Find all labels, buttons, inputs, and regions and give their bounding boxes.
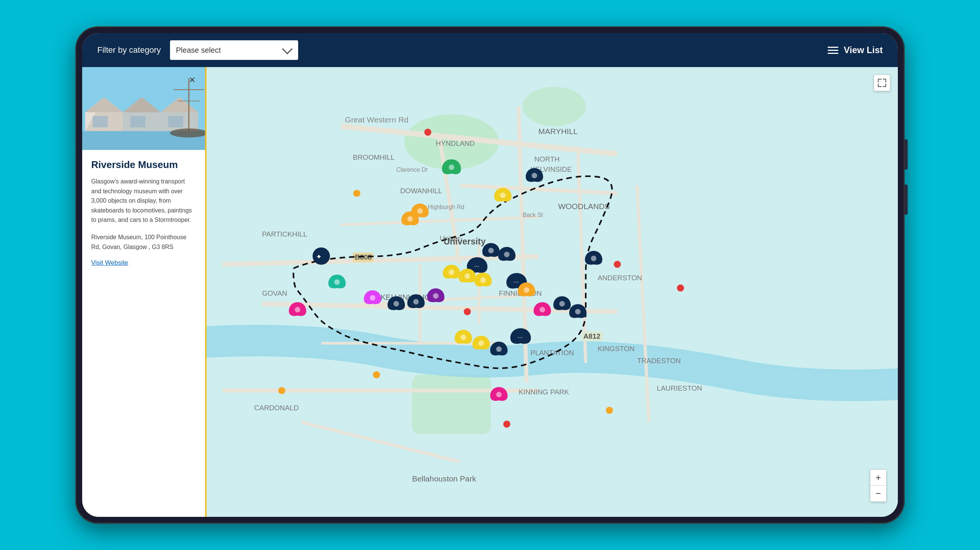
svg-rect-9 [168,116,183,127]
view-list-label: View List [843,45,883,55]
map-pin-compass[interactable]: ✦ [312,247,330,265]
svg-point-97 [496,392,502,398]
svg-point-69 [464,308,471,315]
svg-text:···: ··· [517,334,523,341]
svg-point-88 [524,287,530,293]
svg-text:ANDERSTON: ANDERSTON [597,274,642,282]
svg-rect-8 [130,116,145,127]
svg-text:NORTH: NORTH [535,155,560,163]
svg-text:KINGSTON: KINGSTON [597,345,634,353]
svg-text:WOODLANDS: WOODLANDS [558,202,610,211]
svg-text:GOVAN: GOVAN [262,289,287,297]
svg-point-74 [500,192,506,198]
svg-point-75 [532,173,538,179]
map-svg: Great Western Rd HYNDLAND MARYHILL NORTH… [207,67,898,517]
svg-point-63 [425,128,431,136]
svg-point-83 [334,279,340,285]
svg-point-90 [559,301,565,307]
svg-point-77 [504,252,510,257]
svg-text:A812: A812 [584,332,600,340]
expand-icon [878,79,886,87]
svg-text:KINNING PARK: KINNING PARK [519,388,569,396]
svg-point-16 [522,87,586,126]
zoom-out-button[interactable]: − [870,486,886,501]
svg-point-85 [295,307,301,313]
svg-point-82 [480,277,486,283]
svg-text:CARDONALD: CARDONALD [254,404,299,412]
select-value: Please select [176,46,221,55]
svg-point-84 [370,295,375,301]
category-select-wrapper[interactable]: Please select [170,40,298,60]
svg-text:PLANTATION: PLANTATION [530,349,574,357]
map-background: Great Western Rd HYNDLAND MARYHILL NORTH… [207,67,898,517]
svg-text:Bellahouston Park: Bellahouston Park [412,474,476,483]
svg-point-76 [488,248,494,254]
venue-description: Glasgow's award-winning transport and te… [82,177,205,233]
svg-text:Back St: Back St [522,212,543,218]
map-area[interactable]: Great Western Rd HYNDLAND MARYHILL NORTH… [207,67,898,517]
filter-label: Filter by category [97,45,161,55]
svg-point-89 [539,307,545,313]
svg-text:Great Western Rd: Great Western Rd [345,115,408,124]
svg-point-72 [417,208,423,214]
venue-detail-panel: × [82,67,207,517]
svg-point-70 [278,387,285,394]
svg-point-93 [461,334,466,340]
svg-rect-17 [412,375,491,434]
svg-text:Highburgh Rd: Highburgh Rd [428,204,465,210]
svg-text:···: ··· [513,278,519,285]
visit-website-link[interactable]: Visit Website [82,259,205,278]
svg-point-91 [575,309,581,315]
svg-point-66 [503,420,511,428]
svg-point-73 [407,216,413,222]
header-bar: Filter by category Please select View Li… [82,33,898,67]
svg-text:DOWANHILL: DOWANHILL [400,187,442,195]
svg-point-86 [393,301,399,307]
svg-point-81 [465,274,470,279]
svg-text:PARTICKHILL: PARTICKHILL [262,230,307,238]
svg-point-71 [449,165,455,170]
tablet-device: Filter by category Please select View Li… [75,26,905,524]
svg-point-95 [496,347,502,352]
close-button[interactable]: × [185,73,199,87]
svg-point-98 [591,256,597,262]
category-select[interactable]: Please select [170,40,298,60]
svg-point-62 [353,190,360,197]
svg-point-68 [677,284,684,292]
chevron-down-icon [282,44,293,54]
venue-address: Riverside Museum, 100 Pointhouse Rd, Gov… [82,233,205,259]
main-area: × [82,67,898,517]
svg-point-67 [606,407,613,414]
svg-text:✦: ✦ [316,253,322,261]
svg-text:BROOMHILL: BROOMHILL [353,153,395,161]
svg-text:···: ··· [474,263,479,270]
svg-text:University: University [444,236,486,246]
screen: Filter by category Please select View Li… [82,33,898,517]
svg-point-94 [478,341,484,346]
svg-point-64 [614,261,621,268]
list-icon [828,47,838,54]
view-list-button[interactable]: View List [828,45,883,55]
svg-point-65 [373,371,380,379]
svg-rect-7 [93,116,108,127]
svg-point-87 [413,299,419,305]
svg-text:Clarence Dr: Clarence Dr [396,166,428,173]
expand-button[interactable] [874,74,890,91]
svg-text:LAURIESTON: LAURIESTON [657,384,702,392]
svg-point-80 [449,269,455,275]
venue-name: Riverside Museum [82,150,205,177]
svg-point-92 [433,293,439,299]
svg-text:TRADESTON: TRADESTON [637,357,681,365]
zoom-in-button[interactable]: + [870,470,886,486]
svg-text:MARYHILL: MARYHILL [538,127,578,136]
zoom-controls: + − [870,469,886,502]
svg-text:HYNDLAND: HYNDLAND [436,139,475,147]
